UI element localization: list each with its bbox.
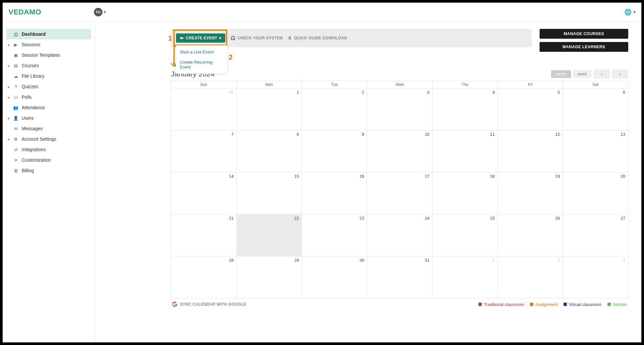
calendar-cell[interactable]: 24 [367, 214, 432, 256]
calendar-cell[interactable]: 31 [171, 88, 236, 130]
calendar-day-header: Sun [171, 81, 236, 88]
sidebar-item-sessions[interactable]: ▸▶Sessions [7, 39, 91, 50]
calendar-date-number: 28 [229, 258, 233, 263]
calendar-cell[interactable]: 26 [498, 214, 563, 256]
sidebar-item-attendance[interactable]: 👥Attendance [7, 102, 91, 113]
calendar-cell[interactable]: 2 [301, 88, 367, 130]
nav-icon: ✕ [13, 158, 18, 163]
video-camera-icon: ■• [180, 36, 184, 40]
view-indicator: Viewing calendar conlent [171, 62, 628, 67]
calendar-cell[interactable]: 21 [171, 214, 236, 256]
chevron-down-icon: ▾ [633, 10, 635, 14]
view-toggle-week[interactable]: week [573, 70, 591, 78]
nav-label: Messages [22, 126, 43, 131]
calendar-cell[interactable]: 25 [432, 214, 498, 256]
sync-calendar-google-link[interactable]: SYNC CALENDAR WITH GOOGLE [172, 302, 246, 307]
nav-label: Session Templates [22, 52, 60, 58]
sidebar-item-customization[interactable]: ✕Customization [7, 155, 91, 165]
calendar-cell[interactable]: 9 [301, 130, 367, 172]
calendar-cell[interactable]: 18 [432, 172, 498, 214]
sidebar-item-billing[interactable]: 🗑Billing [7, 165, 91, 176]
sidebar-item-users[interactable]: ▸👤Users [7, 113, 91, 123]
main-content: 1 2 ■• CREATE EVENT ▾ Start a Live Event… [95, 22, 641, 342]
calendar-cell[interactable]: 3 [367, 88, 432, 130]
calendar-day-header: Tue [301, 81, 367, 88]
calendar-cell[interactable]: 13 [563, 130, 628, 172]
calendar-cell[interactable]: 2 [498, 256, 563, 298]
create-event-button[interactable]: ■• CREATE EVENT ▾ [176, 33, 225, 43]
legend-item: Assignment [530, 302, 558, 307]
manage-learners-button[interactable]: MANAGE LEARNERS [540, 42, 628, 52]
calendar-cell[interactable]: 16 [301, 172, 367, 214]
calendar-cell[interactable]: 3 [563, 256, 628, 298]
calendar-cell[interactable]: 12 [498, 130, 563, 172]
calendar-cell[interactable]: 8 [236, 130, 302, 172]
calendar-cell[interactable]: 15 [236, 172, 302, 214]
calendar-cell[interactable]: 30 [301, 256, 367, 298]
calendar-date-number: 29 [294, 258, 299, 263]
calendar-cell[interactable]: 23 [301, 214, 367, 256]
chevron-right-icon: ▸ [8, 43, 10, 47]
sidebar: ◫Dashboard▸▶Sessions▣Session Templates▸▤… [3, 22, 95, 342]
globe-icon: 🌐 [624, 9, 632, 16]
legend-item: Section [608, 302, 627, 307]
user-menu[interactable]: TU ▾ [94, 8, 106, 16]
calendar-cell[interactable]: 5 [498, 88, 563, 130]
sidebar-item-dashboard[interactable]: ◫Dashboard [7, 29, 91, 39]
calendar-cell[interactable]: 22 [236, 214, 302, 256]
calendar-cell[interactable]: 27 [563, 214, 628, 256]
calendar-date-number: 4 [492, 90, 495, 95]
quick-guide-download-link[interactable]: 🗎 QUICK GUIDE DOWNLOAD [288, 36, 347, 40]
dropdown-create-recurring-event[interactable]: Create Recurring Event [176, 57, 227, 72]
app-header: VEDAMO TU ▾ 🌐 ▾ [3, 3, 641, 22]
calendar-cell[interactable]: 7 [171, 130, 236, 172]
legend-label: Traditional classroom [484, 302, 524, 307]
calendar-cell[interactable]: 6 [563, 88, 628, 130]
sidebar-item-file-library[interactable]: ☁File Library [7, 71, 91, 81]
calendar-date-number: 30 [360, 258, 364, 263]
sidebar-item-account-settings[interactable]: ▸⚙Account Settings [7, 134, 91, 144]
sidebar-item-messages[interactable]: ✉Messages [7, 123, 91, 134]
calendar-prev-button[interactable]: ‹ [593, 70, 610, 79]
calendar-cell[interactable]: 31 [367, 256, 432, 298]
calendar-cell[interactable]: 1 [236, 88, 302, 130]
calendar-cell[interactable]: 11 [432, 130, 498, 172]
manage-courses-button[interactable]: MANAGE COURSES [540, 29, 628, 39]
calendar-date-number: 3 [623, 258, 625, 263]
nav-label: Courses [22, 63, 39, 68]
calendar-cell[interactable]: 29 [236, 256, 302, 298]
legend-swatch [564, 303, 567, 306]
calendar-next-button[interactable]: › [612, 70, 628, 79]
calendar-cell[interactable]: 14 [171, 172, 236, 214]
calendar-date-number: 19 [555, 174, 560, 179]
sidebar-item-polls[interactable]: ▸▭Polls [7, 92, 91, 102]
calendar-cell[interactable]: 1 [432, 256, 498, 298]
calendar-date-number: 16 [360, 174, 364, 179]
sidebar-item-integrations[interactable]: ⇄Integrations [7, 144, 91, 155]
locale-menu[interactable]: 🌐 ▾ [624, 9, 635, 16]
calendar-cell[interactable]: 20 [563, 172, 628, 214]
sidebar-item-courses[interactable]: ▸▤Courses [7, 60, 91, 71]
nav-label: Dashboard [22, 31, 46, 37]
nav-label: Customization [22, 157, 51, 163]
calendar-cell[interactable]: 19 [498, 172, 563, 214]
calendar-cell[interactable]: 10 [367, 130, 432, 172]
chevron-right-icon: ▸ [8, 137, 10, 141]
calendar-date-number: 12 [555, 132, 560, 137]
calendar-cell[interactable]: 4 [432, 88, 498, 130]
nav-label: Account Settings [22, 136, 56, 142]
nav-icon: 👤 [13, 116, 18, 121]
calendar-date-number: 11 [490, 132, 495, 137]
legend-label: Assignment [535, 302, 558, 307]
dropdown-start-live-event[interactable]: Start a Live Event [176, 47, 227, 57]
legend-swatch [478, 303, 482, 306]
view-toggle-month[interactable]: month [551, 70, 571, 78]
sidebar-item-quizzes[interactable]: ▸?Quizzes [7, 81, 91, 92]
check-your-system-link[interactable]: 🎧 CHECK YOUR SYSTEM [231, 36, 283, 40]
chevron-right-icon: › [619, 71, 621, 77]
calendar-cell[interactable]: 28 [171, 256, 236, 298]
chevron-right-icon: ▸ [8, 95, 10, 99]
brand-logo: VEDAMO [9, 8, 41, 16]
calendar-cell[interactable]: 17 [367, 172, 432, 214]
sidebar-item-session-templates[interactable]: ▣Session Templates [7, 50, 91, 60]
